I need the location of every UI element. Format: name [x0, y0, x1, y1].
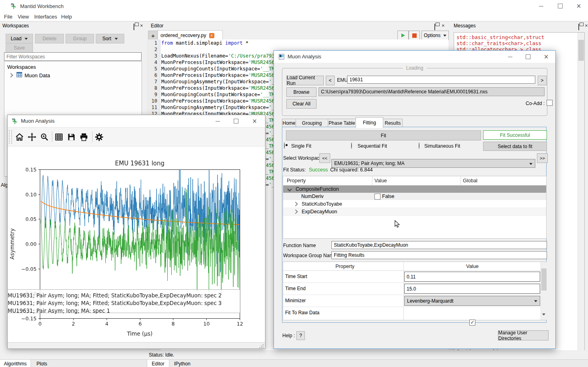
tab-close-icon[interactable]: ×	[209, 33, 214, 38]
help-button[interactable]: ?	[296, 331, 305, 340]
run-number-value: 19631	[350, 77, 363, 82]
main-minimize-button[interactable]	[534, 1, 548, 11]
expand-chevron-icon[interactable]	[8, 73, 13, 77]
toolbar-drag-handle[interactable]	[9, 130, 12, 144]
options-button[interactable]: Options	[421, 31, 449, 40]
plot-minimize-button[interactable]	[211, 116, 224, 126]
select-data-to-fit-button[interactable]: Select data to fit	[483, 142, 547, 151]
next-run-button[interactable]: >	[538, 76, 547, 85]
save-icon[interactable]	[66, 132, 76, 142]
expdecaymuon-row[interactable]: ExpDecayMuon	[283, 208, 546, 215]
mantid-logo-icon	[12, 118, 18, 126]
workspace-prev-button[interactable]: <<	[319, 153, 330, 163]
tab-phase-table[interactable]: Phase Table	[328, 119, 356, 128]
tab-plots[interactable]: Plots	[31, 360, 52, 367]
scrollbar-thumb[interactable]	[541, 268, 547, 291]
workspaces-float-icon[interactable]	[134, 24, 134, 30]
editor-close-icon[interactable]: ×	[442, 23, 445, 28]
dialog-close-button[interactable]: ×	[539, 52, 553, 62]
resize-grip[interactable]	[259, 344, 263, 348]
run-number-input[interactable]: 19631	[347, 76, 535, 84]
save-button[interactable]: Save	[6, 43, 33, 53]
tab-algorithms[interactable]: Algorithms	[0, 360, 31, 367]
settings-scrollbar[interactable]	[541, 262, 547, 320]
workspaces-tree-root[interactable]: Workspaces	[7, 64, 36, 70]
home-icon[interactable]	[14, 132, 25, 142]
tab-home[interactable]: Home	[282, 119, 296, 128]
workspace-next-button[interactable]: >>	[537, 153, 548, 163]
customize-icon[interactable]	[94, 132, 104, 142]
composite-function-row[interactable]: CompositeFunction	[283, 186, 546, 193]
previous-run-button[interactable]: <	[326, 76, 335, 85]
dialog-maximize-button[interactable]	[521, 52, 535, 62]
dialog-titlebar[interactable]: Muon Analysis ×	[274, 51, 555, 63]
fit-to-raw-data-checkbox[interactable]	[469, 320, 475, 326]
simultaneous-fit-radio[interactable]	[419, 142, 419, 149]
time-start-input[interactable]: 0.11	[404, 272, 540, 282]
fit-button[interactable]: Fit	[286, 130, 481, 140]
filter-workspaces-input[interactable]	[4, 52, 142, 61]
dialog-minimize-button[interactable]	[503, 52, 517, 62]
tab-ipython[interactable]: IPython	[169, 360, 195, 367]
menu-help[interactable]: Help	[61, 14, 72, 20]
group-button[interactable]: Group	[66, 34, 94, 43]
messages-close-icon[interactable]: ×	[585, 23, 588, 28]
statickubotoyabe-row[interactable]: StaticKuboToyabe	[283, 200, 546, 208]
run-button[interactable]	[397, 31, 409, 40]
main-maximize-button[interactable]	[553, 1, 567, 11]
co-add-checkbox[interactable]	[547, 100, 553, 106]
stop-button[interactable]	[409, 31, 420, 40]
scrollbar-thumb[interactable]	[578, 40, 584, 61]
workspace-combobox[interactable]: EMU19631; Pair Asym; long; MA	[331, 159, 535, 168]
sequential-fit-radio[interactable]	[351, 142, 352, 149]
browse-button[interactable]: Browse	[286, 87, 317, 97]
workspaces-close-icon[interactable]: ×	[140, 23, 143, 28]
menu-view[interactable]: View	[18, 14, 29, 20]
new-tab-button[interactable]: +	[148, 31, 158, 40]
tab-grouping[interactable]: Grouping	[296, 119, 328, 128]
legend-entry-spec3: MU19631; Pair Asym; long; MA; Fitted; St…	[8, 299, 237, 307]
main-close-button[interactable]: ×	[572, 1, 586, 11]
minimizer-dropdown[interactable]: Levenberg-Marquardt	[404, 296, 540, 306]
editor-tab[interactable]: ordered_recovery.py ×	[158, 30, 223, 40]
workspace-group-name-input[interactable]: Fitting Results	[331, 251, 547, 259]
tab-fitting[interactable]: Fitting	[356, 117, 383, 128]
subplots-icon[interactable]	[53, 132, 64, 142]
chevron-down-icon	[534, 300, 537, 302]
print-icon[interactable]	[78, 132, 89, 142]
expand-chevron-icon[interactable]	[293, 209, 298, 214]
zoom-icon[interactable]	[39, 132, 49, 142]
menu-interfaces[interactable]: Interfaces	[34, 14, 57, 20]
expand-chevron-icon[interactable]	[293, 202, 298, 206]
numderiv-row[interactable]: NumDeriv False	[283, 193, 546, 200]
plot-close-button[interactable]: ×	[248, 116, 261, 126]
load-current-run-button[interactable]: Load Current Run	[286, 76, 324, 85]
tab-editor[interactable]: Editor	[147, 360, 169, 367]
messages-float-icon[interactable]	[578, 24, 579, 30]
pan-icon[interactable]	[27, 132, 37, 142]
collapse-chevron-icon[interactable]	[287, 187, 292, 191]
numderiv-checkbox[interactable]	[374, 194, 380, 200]
load-button[interactable]: Load	[6, 34, 33, 43]
messages-scrollbar[interactable]	[578, 33, 584, 359]
plot-maximize-button[interactable]	[229, 116, 243, 126]
tree-item-muon-data[interactable]: Muon Data	[25, 72, 50, 78]
tab-home-label: Home	[282, 120, 295, 126]
function-name-input[interactable]: StaticKuboToyabe,ExpDecayMuon	[331, 241, 547, 249]
load-button-label: Load	[11, 36, 22, 41]
manage-user-directories-button[interactable]: Manage User Directories	[498, 330, 549, 340]
menu-file[interactable]: File	[4, 14, 12, 20]
delete-button[interactable]: Delete	[35, 34, 64, 43]
tab-results[interactable]: Results	[383, 119, 403, 128]
time-end-input[interactable]: 15.0	[404, 284, 540, 294]
scroll-up-icon[interactable]	[580, 35, 583, 40]
sort-button[interactable]: Sort	[96, 34, 124, 43]
scroll-down-icon[interactable]	[542, 315, 545, 321]
mantid-logo-icon	[10, 3, 17, 10]
single-fit-radio[interactable]	[284, 142, 285, 149]
file-path-field[interactable]: C:\Users\pra79393\Documents\Mantid\Refer…	[319, 87, 545, 96]
clear-all-button[interactable]: Clear All	[286, 99, 317, 109]
status-text: Status: Idle.	[149, 352, 174, 358]
plot-window-titlebar[interactable]: Muon Analysis ×	[8, 115, 265, 128]
editor-float-icon[interactable]	[434, 24, 435, 30]
